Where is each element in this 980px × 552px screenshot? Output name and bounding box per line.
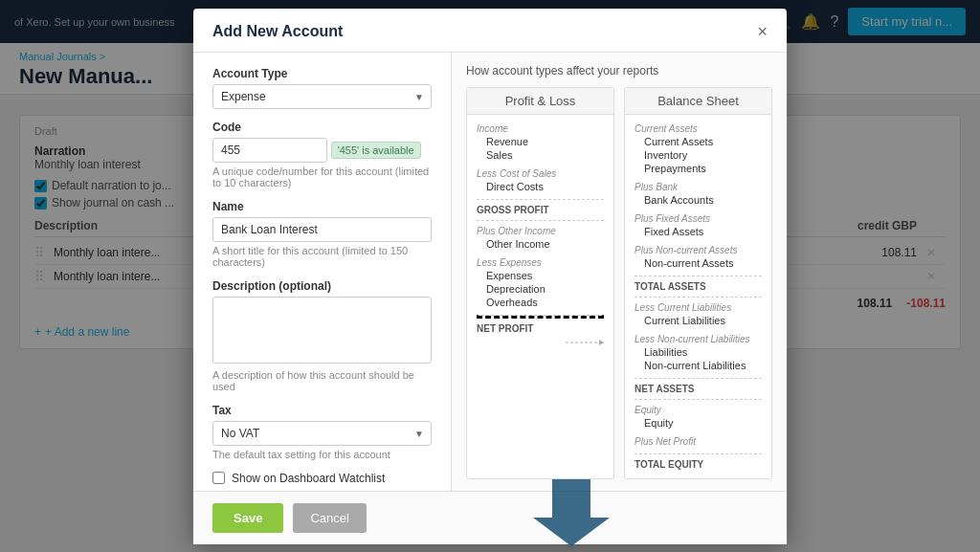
- net-profit-arrow-icon: [566, 337, 604, 348]
- less-current-liabilities-label: Less Current Liabilities: [635, 301, 762, 314]
- expenses-item: Expenses: [477, 269, 604, 282]
- modal-footer: Save Cancel: [193, 491, 787, 544]
- add-new-account-modal: Add New Account × Account Type Expense R…: [193, 9, 787, 544]
- overheads-item: Overheads: [477, 296, 604, 309]
- tax-select[interactable]: No VAT 20% VAT on Income 20% VAT on Expe…: [212, 421, 432, 446]
- current-liabilities-section: Less Current Liabilities Current Liabili…: [635, 301, 762, 327]
- balance-sheet-header: Balance Sheet: [625, 88, 771, 115]
- tax-label: Tax: [212, 404, 432, 417]
- description-label: Description (optional): [212, 279, 432, 293]
- code-label: Code: [212, 121, 432, 134]
- dashboard-watchlist-input[interactable]: [212, 472, 225, 484]
- profit-loss-column: Profit & Loss Income Revenue Sales Less …: [466, 87, 614, 479]
- total-assets-item: TOTAL ASSETS: [635, 280, 762, 293]
- total-equity-item: TOTAL EQUITY: [635, 458, 762, 471]
- prepayments-item: Prepayments: [635, 162, 762, 175]
- modal-close-button[interactable]: ×: [757, 23, 768, 40]
- description-hint: A description of how this account should…: [212, 369, 432, 392]
- cost-of-sales-section: Less Cost of Sales Direct Costs: [477, 167, 604, 193]
- current-assets-section: Current Assets Current Assets Inventory …: [635, 122, 762, 175]
- fixed-assets-section: Plus Fixed Assets Fixed Assets: [635, 212, 762, 238]
- balance-sheet-column: Balance Sheet Current Assets Current Ass…: [624, 87, 772, 479]
- current-liabilities-item: Current Liabilities: [635, 314, 762, 327]
- fixed-assets-item: Fixed Assets: [635, 225, 762, 238]
- account-type-group: Account Type Expense Revenue Asset Liabi…: [212, 67, 432, 109]
- depreciation-item: Depreciation: [477, 282, 604, 296]
- inventory-item: Inventory: [635, 148, 762, 162]
- plus-fixed-assets-label: Plus Fixed Assets: [635, 212, 762, 225]
- equity-label: Equity: [635, 404, 762, 416]
- less-expenses-label: Less Expenses: [477, 256, 604, 269]
- tax-hint: The default tax setting for this account: [212, 449, 432, 460]
- current-assets-label: Current Assets: [635, 122, 762, 135]
- noncurrent-assets-item: Non-current Assets: [635, 256, 762, 270]
- arrow-svg-icon: [533, 479, 610, 546]
- balance-sheet-body: Current Assets Current Assets Inventory …: [625, 115, 771, 478]
- bank-accounts-item: Bank Accounts: [635, 193, 762, 207]
- tax-select-wrapper: No VAT 20% VAT on Income 20% VAT on Expe…: [212, 421, 432, 446]
- name-group: Name A short title for this account (lim…: [212, 200, 432, 268]
- liabilities-item: Liabilities: [635, 345, 762, 359]
- sales-item: Sales: [477, 148, 604, 162]
- name-input[interactable]: [212, 217, 432, 242]
- modal-info: How account types affect your reports Pr…: [452, 53, 787, 491]
- revenue-item: Revenue: [477, 135, 604, 148]
- description-group: Description (optional) A description of …: [212, 279, 432, 392]
- profit-loss-body: Income Revenue Sales Less Cost of Sales …: [467, 115, 613, 359]
- modal-overlay: Add New Account × Account Type Expense R…: [0, 0, 980, 552]
- noncurrent-assets-section: Plus Non-current Assets Non-current Asse…: [635, 244, 762, 270]
- account-type-label: Account Type: [212, 67, 432, 80]
- net-assets-item: NET ASSETS: [635, 383, 762, 395]
- modal-title: Add New Account: [212, 23, 343, 40]
- dashboard-watchlist-checkbox: Show on Dashboard Watchlist: [212, 472, 432, 485]
- name-hint: A short title for this account (limited …: [212, 245, 432, 268]
- save-button[interactable]: Save: [212, 503, 283, 533]
- dashboard-watchlist-label: Show on Dashboard Watchlist: [232, 472, 385, 485]
- modal-form: Account Type Expense Revenue Asset Liabi…: [193, 53, 452, 491]
- other-income-section: Plus Other Income Other Income: [477, 225, 604, 251]
- equity-item: Equity: [635, 416, 762, 430]
- less-noncurrent-liabilities-label: Less Non-current Liabilities: [635, 333, 762, 345]
- account-type-select[interactable]: Expense Revenue Asset Liability Equity: [212, 84, 432, 109]
- income-label: Income: [477, 122, 604, 135]
- gross-profit-item: GROSS PROFIT: [477, 204, 604, 216]
- plus-noncurrent-assets-label: Plus Non-current Assets: [635, 244, 762, 256]
- code-available-badge: '455' is available: [331, 142, 421, 159]
- net-profit-item: NET PROFIT: [477, 322, 604, 335]
- plus-other-income-label: Plus Other Income: [477, 225, 604, 237]
- net-profit-equity-section: Plus Net Profit: [635, 435, 762, 448]
- account-type-select-wrapper: Expense Revenue Asset Liability Equity ▼: [212, 84, 432, 109]
- noncurrent-liabilities-section: Less Non-current Liabilities Liabilities…: [635, 333, 762, 372]
- code-input[interactable]: [212, 138, 327, 163]
- current-assets-item: Current Assets: [635, 135, 762, 148]
- equity-section: Equity Equity: [635, 404, 762, 430]
- svg-marker-3: [533, 479, 610, 546]
- description-textarea[interactable]: [212, 297, 432, 364]
- tax-row: No VAT 20% VAT on Income 20% VAT on Expe…: [212, 421, 432, 446]
- svg-marker-1: [599, 340, 604, 345]
- info-title: How account types affect your reports: [466, 64, 772, 77]
- modal-body: Account Type Expense Revenue Asset Liabi…: [193, 53, 787, 491]
- expenses-section: Less Expenses Expenses Depreciation Over…: [477, 256, 604, 309]
- cancel-button[interactable]: Cancel: [293, 503, 366, 533]
- reports-grid: Profit & Loss Income Revenue Sales Less …: [466, 87, 772, 479]
- plus-net-profit-label: Plus Net Profit: [635, 435, 762, 448]
- less-cost-label: Less Cost of Sales: [477, 167, 604, 180]
- modal-header: Add New Account ×: [193, 9, 787, 53]
- code-group: Code '455' is available A unique code/nu…: [212, 121, 432, 188]
- code-hint: A unique code/number for this account (l…: [212, 166, 432, 188]
- arrow-indicator: [533, 479, 610, 549]
- noncurrent-liabilities-item: Non-current Liabilities: [635, 359, 762, 372]
- bank-section: Plus Bank Bank Accounts: [635, 181, 762, 207]
- direct-costs-item: Direct Costs: [477, 180, 604, 193]
- other-income-item: Other Income: [477, 237, 604, 251]
- name-label: Name: [212, 200, 432, 213]
- income-section: Income Revenue Sales: [477, 122, 604, 162]
- tax-group: Tax No VAT 20% VAT on Income 20% VAT on …: [212, 404, 432, 460]
- profit-loss-header: Profit & Loss: [467, 88, 613, 115]
- plus-bank-label: Plus Bank: [635, 181, 762, 193]
